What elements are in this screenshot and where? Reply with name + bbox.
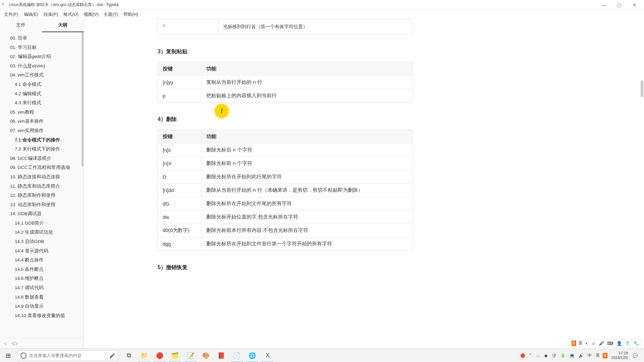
outline-item[interactable]: 01. 学习目标 [0,43,84,52]
table-copy-paste: 按键 功能 [n]yy 复制从当前行开始的 n 行 p 把粘贴板上的内容插入到当… [158,62,413,103]
outline-item[interactable]: 13. 动态库制作和使用 [0,200,84,209]
menu-view[interactable]: 视图(V) [81,11,101,18]
window-controls: — ▢ ✕ [596,0,642,10]
outline-item[interactable]: 10. 静态连接和动态连接 [0,172,84,182]
table-header: 按键 [158,62,202,76]
close-button[interactable]: ✕ [627,0,642,10]
ime-emoji-icon[interactable]: ☺ [590,341,597,346]
table-cell-value: 删除光标开始位置的字,包含光标所在字符 [202,210,413,224]
outline-item[interactable]: 11. 静态库和动态库简介 [0,182,84,191]
outline-item[interactable]: 14.10 查看修改变量的值 [0,311,84,320]
ime-keyboard-icon[interactable]: ⌨ [606,341,614,346]
table-row: p 把粘贴板上的内容插入到当前行 [158,89,413,103]
ime-punct-icon[interactable]: •, [585,341,589,346]
table-cell-key: dgg [158,237,202,251]
outline-item[interactable]: 05. vim教程 [0,108,84,117]
outline-list[interactable]: 00. 目录01. 学习目标02. 编辑器gedit介绍03. 什么是vi(vi… [0,32,84,338]
menu-format[interactable]: 格式(O) [61,11,81,18]
outline-item[interactable]: 14.2 生成调试信息 [0,228,84,237]
table-cell-value: 复制从当前行开始的 n 行 [202,76,413,89]
outline-item[interactable]: 14.4 显示源代码 [0,246,84,256]
ime-user-icon[interactable]: 👤 [615,341,623,346]
table-cell-key: ^ [158,19,218,35]
outline-item[interactable]: 14.9 自动显示 [0,302,84,311]
minimize-button[interactable]: — [596,0,611,10]
tab-outline[interactable]: 大纲 [42,19,84,32]
table-cell-value: 删除光标后 n 个字符 [202,143,413,157]
window-titlebar: T Linux系统编程-第02天（vim-gcc-动态库静态库）.md - Ty… [0,0,644,10]
content-scrollbar[interactable] [641,80,643,97]
outline-item[interactable]: 7.2 末行模式下的操作 [0,144,84,154]
table-cell-key: [n]x [158,143,202,157]
table-row: dgg删除光标所在开始到文件首行第一个字符开始的所有字符 [158,237,413,251]
outline-item[interactable]: 7.1 命令模式下的操作 [0,135,84,145]
table-cell-key: [n]X [158,157,202,170]
outline-item[interactable]: 12. 静态库制作和使用 [0,191,84,200]
heading-copy-paste: 3）复制粘贴 [158,48,413,55]
table-row: [n]x删除光标后 n 个字符 [158,143,413,157]
outline-item[interactable]: 14.1 GDB简介 [0,219,84,228]
table-row: dG删除光标所在开始到文件尾的所有字符 [158,197,413,210]
outline-item[interactable]: 09. GCC工作流程和常用选项 [0,163,84,172]
table-header: 功能 [202,130,413,143]
table-cell-value: 删除光标前 n 个字符 [202,157,413,170]
table-cell-key: dG [158,197,202,210]
window-title: Linux系统编程-第02天（vim-gcc-动态库静态库）.md - Typo… [9,2,596,8]
table-cell-key: d0(0为数字) [158,224,202,237]
outline-item[interactable]: 00. 目录 [0,34,84,43]
outline-item[interactable]: 03. 什么是vi(vim) [0,61,84,71]
table-row: [n]dd删除从当前行开始的 n 行（准确来讲，是剪切，剪切不粘贴即为删除） [158,184,413,197]
ime-lang[interactable]: 英 [577,340,584,346]
table-header: 功能 [202,62,413,76]
outline-item[interactable]: 4.2 编辑模式 [0,89,84,99]
outline-item[interactable]: 14.7 调试代码 [0,283,84,293]
table-row: dw删除光标开始位置的字,包含光标所在字符 [158,210,413,224]
outline-item[interactable]: 4.3 末行模式 [0,98,84,108]
outline-item[interactable]: 4.1 命令模式 [0,80,84,89]
ime-toolbox-icon[interactable]: 🔧 [632,341,640,346]
outline-item[interactable]: 14.4 断点操作 [0,255,84,265]
heading-undo-redo: 5）撤销恢复 [158,264,413,271]
tab-files[interactable]: 文件 [0,19,42,32]
outline-item[interactable]: 14.8 数据查看 [0,293,84,302]
sidebar-footer: < </> [0,338,84,349]
table-row: ^ 光标移到到行首（第一个有效字符位置） [158,19,413,35]
back-icon[interactable]: < [4,341,7,346]
table-cell-value: 删除光标前本行所有内容,不包含光标所在字符 [202,224,413,237]
heading-delete: 4）删除 [158,116,413,123]
menubar: 文件(F) 编辑(E) 段落(P) 格式(O) 视图(V) 主题(T) 帮助(H… [0,10,644,19]
sidebar-scrollbar[interactable] [82,32,84,166]
menu-file[interactable]: 文件(F) [1,11,21,18]
table-row: D删除光标所在开始到此行尾的字符 [158,170,413,184]
table-cell-key: p [158,89,202,103]
outline-item[interactable]: 04. vim工作模式 [0,70,84,80]
outline-item[interactable]: 14. GDB调试器 [0,209,84,219]
outline-item[interactable]: 08. GCC编译器简介 [0,154,84,163]
sidebar-tabs: 文件 大纲 [0,19,84,32]
table-cell-value: 把粘贴板上的内容插入到当前行 [202,89,413,103]
outline-item[interactable]: 07. vim实用操作 [0,126,84,135]
ime-voice-icon[interactable]: 🎤 [598,341,605,346]
outline-item[interactable]: 14.5 条件断点 [0,265,84,274]
table-row: [n]yy 复制从当前行开始的 n 行 [158,76,413,89]
menu-edit[interactable]: 编辑(E) [21,11,41,18]
ime-skin-icon[interactable]: 👕 [624,341,631,346]
table-delete: 按键 功能 [n]x删除光标后 n 个字符[n]X删除光标前 n 个字符D删除光… [158,130,413,251]
menu-theme[interactable]: 主题(T) [101,11,121,18]
ime-toolbar[interactable]: S 英 •, ☺ 🎤 ⌨ 👤 👕 🔧 [570,339,641,347]
code-icon[interactable]: </> [11,341,18,346]
outline-item[interactable]: 14.3 启动GDB [0,237,84,246]
table-cell-value: 光标移到到行首（第一个有效字符位置） [218,19,412,35]
table-header: 按键 [158,130,202,143]
table-cell-value: 删除光标所在开始到此行尾的字符 [202,170,413,184]
outline-item[interactable]: 14.6 维护断点 [0,274,84,283]
sogou-icon[interactable]: S [572,341,576,346]
maximize-button[interactable]: ▢ [611,0,627,10]
table-cell-key: [n]dd [158,184,202,197]
editor-content[interactable]: ^ 光标移到到行首（第一个有效字符位置） 3）复制粘贴 按键 功能 [n]yy … [84,19,644,349]
outline-item[interactable]: 06. vim基本操作 [0,117,84,126]
app-icon: T [2,2,7,8]
outline-item[interactable]: 02. 编辑器gedit介绍 [0,52,84,61]
menu-help[interactable]: 帮助(H) [121,11,141,18]
menu-paragraph[interactable]: 段落(P) [41,11,61,18]
